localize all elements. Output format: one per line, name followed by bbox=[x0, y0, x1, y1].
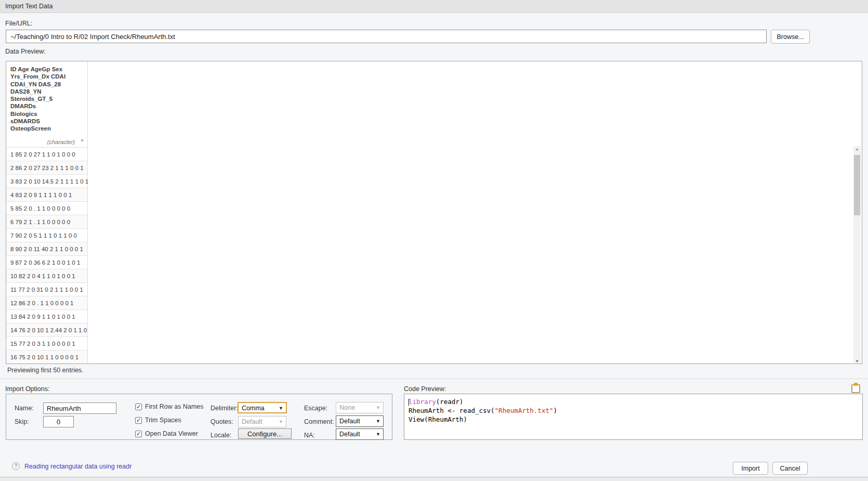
table-row: 3 83 2 0 10 14.5 2 1 1 1 1 0 1 bbox=[6, 175, 88, 188]
table-row: 13 84 2 0 9 1 1 0 1 0 0 1 bbox=[6, 310, 88, 323]
checkbox-checked-icon: ✓ bbox=[135, 431, 142, 437]
table-row: 11 77 2 0 31 0 2 1 1 1 0 0 1 bbox=[6, 283, 88, 296]
column-name-line: ID Age AgeGp Sex bbox=[10, 66, 84, 73]
window-bottom-edge bbox=[0, 477, 868, 481]
column-name-line: CDAI_YN DAS_28 bbox=[10, 81, 84, 88]
table-row: 4 83 2 0 9 1 1 1 1 0 0 1 bbox=[6, 188, 88, 202]
dialog-titlebar: Import Text Data bbox=[0, 0, 868, 13]
skip-input[interactable] bbox=[43, 416, 74, 427]
import-button[interactable]: Import bbox=[733, 462, 768, 475]
cancel-button[interactable]: Cancel bbox=[772, 462, 808, 475]
table-row: 6 79 2 1 . 1 1 0 0 0 0 0 bbox=[6, 215, 88, 229]
table-row: 1 85 2 0 27 1 1 0 1 0 0 0 bbox=[6, 148, 88, 161]
code-string: "RheumArth.txt" bbox=[495, 407, 554, 414]
code-preview-label: Code Preview: bbox=[404, 385, 446, 393]
column-name-line: DAS28_YN bbox=[10, 88, 84, 95]
import-options-panel: Name: Skip: ✓ First Row as Names ✓ Trim … bbox=[6, 394, 392, 440]
escape-label: Escape: bbox=[304, 405, 327, 412]
table-row: 9 87 2 0 36 6 2 1 0 0 1 0 1 bbox=[6, 256, 88, 269]
table-row: 14 76 2 0 10 1 2.44 2 0 1 1 0 1 bbox=[6, 323, 88, 337]
preview-rows: 1 85 2 0 27 1 1 0 1 0 0 0 2 86 2 0 27 23… bbox=[6, 148, 88, 364]
comment-label: Comment: bbox=[304, 418, 334, 425]
column-menu-icon[interactable]: ▼ bbox=[80, 138, 84, 143]
table-row: 8 90 2 0 11 40 2 1 1 0 0 0 1 bbox=[6, 242, 88, 256]
checkbox-open-data-viewer[interactable]: ✓ Open Data Viewer bbox=[135, 430, 198, 437]
quotes-label: Quotes: bbox=[211, 418, 233, 425]
section-divider bbox=[0, 379, 868, 379]
code-keyword: library bbox=[409, 398, 436, 406]
preview-status: Previewing first 50 entries. bbox=[7, 367, 84, 374]
chevron-down-icon: ▼ bbox=[279, 419, 283, 424]
help-link[interactable]: Reading rectangular data using readr bbox=[24, 463, 131, 470]
delimiter-label: Delimiter: bbox=[211, 405, 238, 412]
name-label: Name: bbox=[15, 405, 34, 412]
chevron-down-icon: ▼ bbox=[376, 405, 380, 410]
skip-label: Skip: bbox=[15, 418, 29, 425]
chevron-down-icon: ▼ bbox=[279, 406, 283, 411]
column-name-line: Steroids_GT_5 bbox=[10, 95, 84, 102]
locale-label: Locale: bbox=[211, 432, 231, 439]
data-preview-grid: ID Age AgeGp Sex Yrs_From_Dx CDAI CDAI_Y… bbox=[6, 61, 862, 364]
browse-button[interactable]: Browse... bbox=[771, 30, 810, 44]
scrollbar-thumb[interactable] bbox=[854, 155, 860, 215]
column-name-line: Biologics bbox=[10, 110, 84, 118]
quotes-select: Default ▼ bbox=[238, 416, 286, 427]
table-row: 10 82 2 0 4 1 1 0 1 0 0 1 bbox=[6, 269, 88, 283]
column-type-label: (character) bbox=[6, 139, 75, 145]
column-name-line: DMARDs bbox=[10, 102, 84, 110]
scroll-up-icon[interactable]: ▲ bbox=[853, 147, 861, 151]
checkbox-trim-spaces[interactable]: ✓ Trim Spaces bbox=[135, 417, 181, 424]
na-select[interactable]: Default ▼ bbox=[336, 428, 384, 440]
na-label: NA: bbox=[304, 432, 315, 439]
delimiter-select[interactable]: Comma ▼ bbox=[238, 402, 287, 413]
vertical-scrollbar[interactable]: ▲ ▼ bbox=[853, 146, 861, 364]
locale-configure-button[interactable]: Configure... bbox=[238, 428, 292, 439]
copy-code-clipboard-icon[interactable] bbox=[851, 383, 860, 393]
file-url-label: File/URL: bbox=[5, 20, 32, 27]
comment-select[interactable]: Default ▼ bbox=[336, 415, 384, 427]
table-row: 5 85 2 0 . 1 1 0 0 0 0 0 bbox=[6, 202, 88, 215]
code-preview-editor[interactable]: library(readr) RheumArth <- read_csv("Rh… bbox=[404, 394, 863, 440]
data-preview-label: Data Preview: bbox=[5, 48, 46, 55]
column-name-line: OsteopScreen bbox=[10, 125, 84, 132]
dialog-title: Import Text Data bbox=[5, 3, 52, 10]
import-options-label: Import Options: bbox=[5, 385, 49, 393]
column-name-line: sDMARDS bbox=[10, 118, 84, 125]
checkbox-checked-icon: ✓ bbox=[135, 417, 142, 424]
name-input[interactable] bbox=[43, 402, 116, 414]
table-row: 7 90 2 0 5 1 1 1 0 1 1 0 0 bbox=[6, 229, 88, 242]
checkbox-first-row-as-names[interactable]: ✓ First Row as Names bbox=[135, 403, 204, 410]
table-row: 15 77 2 0 3 1 1 0 0 0 0 1 bbox=[6, 337, 88, 350]
table-row: 12 86 2 0 . 1 1 0 0 0 0 1 bbox=[6, 296, 88, 310]
scroll-down-icon[interactable]: ▼ bbox=[853, 359, 861, 363]
checkbox-checked-icon: ✓ bbox=[135, 404, 142, 410]
table-row: 2 86 2 0 27 23 2 1 1 1 0 0 1 bbox=[6, 161, 88, 175]
column-name-line: Yrs_From_Dx CDAI bbox=[10, 73, 84, 80]
column-header[interactable]: ID Age AgeGp Sex Yrs_From_Dx CDAI CDAI_Y… bbox=[6, 61, 88, 148]
help-icon[interactable]: ? bbox=[12, 462, 20, 470]
table-row: 16 75 2 0 10 1 1 0 0 0 0 1 bbox=[6, 350, 88, 364]
chevron-down-icon: ▼ bbox=[376, 432, 380, 437]
file-url-input[interactable] bbox=[6, 30, 767, 43]
chevron-down-icon: ▼ bbox=[376, 419, 380, 424]
escape-select: None ▼ bbox=[336, 402, 384, 413]
